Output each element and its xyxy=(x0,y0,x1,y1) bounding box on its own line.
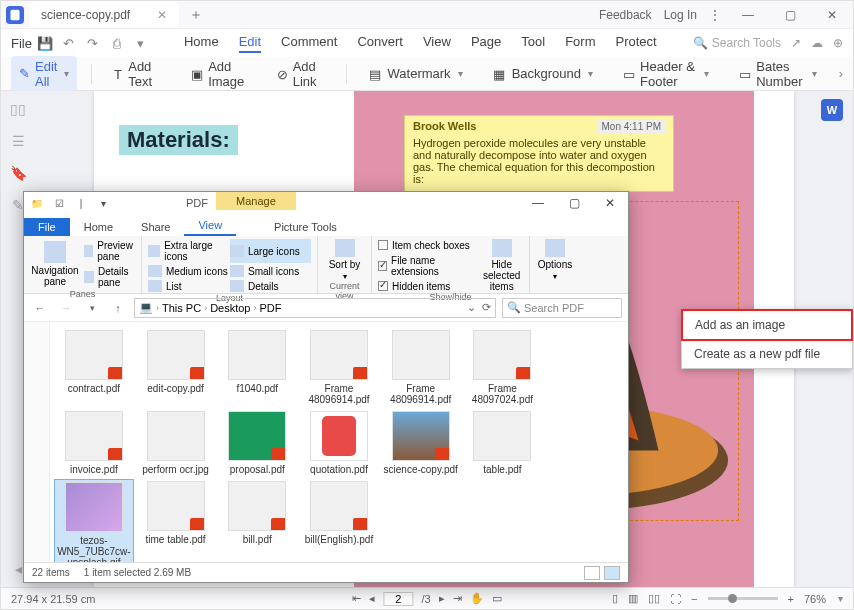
path-dropdown-icon[interactable]: ⌄ xyxy=(467,301,476,314)
page-input[interactable] xyxy=(383,592,413,606)
explorer-maximize[interactable]: ▢ xyxy=(556,192,592,214)
file-item[interactable]: bill.pdf xyxy=(217,479,297,562)
view-large-icons[interactable]: Large icons xyxy=(230,239,311,263)
explorer-minimize[interactable]: — xyxy=(520,192,556,214)
edit-all-button[interactable]: ✎ Edit All▾ xyxy=(11,56,77,92)
ribbon-tab-file[interactable]: File xyxy=(24,218,70,236)
last-page-icon[interactable]: ⇥ xyxy=(453,592,462,605)
zoom-dropdown-icon[interactable]: ▾ xyxy=(838,593,843,604)
file-item[interactable]: invoice.pdf xyxy=(54,409,134,477)
comment-note[interactable]: Brook Wells Mon 4:11 PM Hydrogen peroxid… xyxy=(404,115,674,192)
file-item[interactable]: table.pdf xyxy=(463,409,543,477)
file-item[interactable]: perform ocr.jpg xyxy=(136,409,216,477)
add-image-button[interactable]: ▣Add Image xyxy=(183,56,255,92)
file-item[interactable]: Frame 48096914.pdf xyxy=(299,328,379,407)
ctx-create-new-pdf[interactable]: Create as a new pdf file xyxy=(682,340,852,368)
bookmarks-icon[interactable]: ☰ xyxy=(12,133,25,149)
next-page-icon[interactable]: ▸ xyxy=(439,592,445,605)
more-icon[interactable]: ⋮ xyxy=(709,8,721,22)
view-medium-icons[interactable]: Medium icons xyxy=(148,264,229,278)
feedback-link[interactable]: Feedback xyxy=(599,8,652,22)
file-item[interactable]: science-copy.pdf xyxy=(381,409,461,477)
menu-edit[interactable]: Edit xyxy=(239,34,261,53)
refresh-icon[interactable]: ⟳ xyxy=(482,301,491,314)
hide-selected-button[interactable]: Hide selected items xyxy=(480,239,523,292)
view-small-icons[interactable]: Small icons xyxy=(230,264,311,278)
background-button[interactable]: ▦Background▾ xyxy=(485,63,601,84)
search-tools[interactable]: 🔍 Search Tools xyxy=(693,36,781,50)
fit-icon[interactable]: ⛶ xyxy=(670,593,681,605)
nav-forward-icon[interactable]: → xyxy=(56,302,76,314)
ribbon-tab-view[interactable]: View xyxy=(184,216,236,236)
file-item[interactable]: Frame 48096914.pdf xyxy=(381,328,461,407)
file-menu[interactable]: File xyxy=(11,36,32,51)
redo-icon[interactable]: ↷ xyxy=(84,36,102,51)
view-mode-continuous-icon[interactable]: ▥ xyxy=(628,592,638,605)
login-link[interactable]: Log In xyxy=(664,8,697,22)
file-item[interactable]: edit-copy.pdf xyxy=(136,328,216,407)
help-icon[interactable]: ⊕ xyxy=(833,36,843,50)
file-ext-toggle[interactable]: File name extensions xyxy=(378,254,474,278)
nav-up-icon[interactable]: ↑ xyxy=(108,302,128,314)
view-xl-icons[interactable]: Extra large icons xyxy=(148,239,229,263)
view-mode-single-icon[interactable]: ▯ xyxy=(612,592,618,605)
nav-pane-button[interactable]: Navigation pane xyxy=(30,239,80,289)
breadcrumb-path[interactable]: 💻› This PC› Desktop› PDF ⌄⟳ xyxy=(134,298,496,318)
tab-close-icon[interactable]: ✕ xyxy=(157,8,167,22)
preview-pane-button[interactable]: Preview pane xyxy=(84,239,138,263)
save-icon[interactable]: 💾 xyxy=(36,36,54,51)
first-page-icon[interactable]: ⇤ xyxy=(352,592,361,605)
file-item[interactable]: proposal.pdf xyxy=(217,409,297,477)
collapse-icon[interactable]: ◂ xyxy=(15,561,22,577)
nav-recent-icon[interactable]: ▾ xyxy=(82,303,102,313)
explorer-search[interactable]: 🔍Search PDF xyxy=(502,298,622,318)
maximize-button[interactable]: ▢ xyxy=(775,4,805,26)
toolbar-overflow-icon[interactable]: › xyxy=(839,66,843,81)
menu-form[interactable]: Form xyxy=(565,34,595,53)
cloud-icon[interactable]: ☁ xyxy=(811,36,823,50)
view-details-mode-icon[interactable] xyxy=(584,566,600,580)
close-button[interactable]: ✕ xyxy=(817,4,847,26)
header-footer-button[interactable]: ▭Header & Footer▾ xyxy=(615,56,717,92)
add-link-button[interactable]: ⊘Add Link xyxy=(269,56,332,92)
thumbnails-icon[interactable]: ▯▯ xyxy=(10,101,26,117)
prev-page-icon[interactable]: ◂ xyxy=(369,592,375,605)
ribbon-tab-share[interactable]: Share xyxy=(127,218,184,236)
file-item[interactable]: quotation.pdf xyxy=(299,409,379,477)
add-text-button[interactable]: TAdd Text xyxy=(106,56,169,92)
menu-page[interactable]: Page xyxy=(471,34,501,53)
zoom-in-icon[interactable]: + xyxy=(788,593,794,605)
details-pane-button[interactable]: Details pane xyxy=(84,265,138,289)
hand-tool-icon[interactable]: ✋ xyxy=(470,592,484,605)
explorer-nav-tree[interactable] xyxy=(24,322,50,562)
attachments-icon[interactable]: 🔖 xyxy=(10,165,27,181)
menu-comment[interactable]: Comment xyxy=(281,34,337,53)
file-item[interactable]: Frame 48097024.pdf xyxy=(463,328,543,407)
file-grid[interactable]: contract.pdfedit-copy.pdff1040.pdfFrame … xyxy=(50,322,628,562)
view-list[interactable]: List xyxy=(148,279,229,293)
menu-home[interactable]: Home xyxy=(184,34,219,53)
file-item[interactable]: bill(English).pdf xyxy=(299,479,379,562)
ribbon-context-manage[interactable]: Manage xyxy=(216,192,296,210)
view-details[interactable]: Details xyxy=(230,279,311,293)
sort-by-button[interactable]: Sort by▾ xyxy=(324,239,365,281)
select-tool-icon[interactable]: ▭ xyxy=(492,592,502,605)
minimize-button[interactable]: — xyxy=(733,4,763,26)
file-item[interactable]: tezos-WN5_7UBc7cw-unsplash.gif xyxy=(54,479,134,562)
zoom-out-icon[interactable]: − xyxy=(691,593,697,605)
nav-back-icon[interactable]: ← xyxy=(30,302,50,314)
document-tab[interactable]: science-copy.pdf ✕ xyxy=(29,1,179,28)
share-icon[interactable]: ↗ xyxy=(791,36,801,50)
item-checkboxes-toggle[interactable]: Item check boxes xyxy=(378,239,474,252)
explorer-close[interactable]: ✕ xyxy=(592,192,628,214)
menu-convert[interactable]: Convert xyxy=(357,34,403,53)
options-button[interactable]: Options▾ xyxy=(536,239,574,281)
word-export-badge[interactable]: W xyxy=(821,99,843,121)
zoom-slider[interactable] xyxy=(708,597,778,600)
print-icon[interactable]: ⎙ xyxy=(108,36,126,51)
file-item[interactable]: time table.pdf xyxy=(136,479,216,562)
bates-number-button[interactable]: ▭Bates Number▾ xyxy=(731,56,824,92)
file-item[interactable]: f1040.pdf xyxy=(217,328,297,407)
explorer-check-icon[interactable]: ☑ xyxy=(50,194,68,212)
explorer-qa-more[interactable]: ▾ xyxy=(94,194,112,212)
